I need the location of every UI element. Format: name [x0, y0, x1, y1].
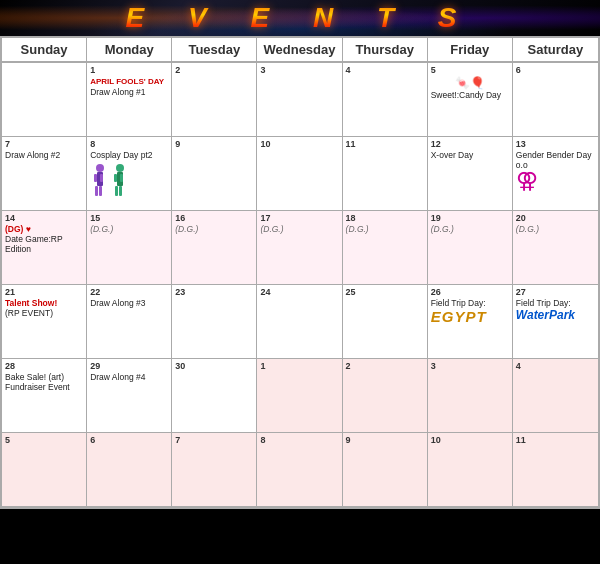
cell-apr23: 23: [172, 285, 257, 359]
svg-point-0: [96, 164, 104, 172]
cell-apr29: 29 Draw Along #4: [87, 359, 172, 433]
cell-empty: [2, 63, 87, 137]
cell-apr5: 5 🍬🎈 Sweet!:Candy Day: [428, 63, 513, 137]
cell-apr6: 6: [513, 63, 598, 137]
cell-apr13: 13 Gender Bender Day o.o ⚢: [513, 137, 598, 211]
cell-may9: 9: [343, 433, 428, 507]
cell-apr9: 9: [172, 137, 257, 211]
cell-may4: 4: [513, 359, 598, 433]
header-monday: Monday: [87, 38, 172, 61]
cell-apr17: 17 (D.G.): [257, 211, 342, 285]
cell-may6: 6: [87, 433, 172, 507]
cell-apr1: 1 APRIL FOOLS' DAY Draw Along #1: [87, 63, 172, 137]
header-thursday: Thursday: [343, 38, 428, 61]
cell-may7: 7: [172, 433, 257, 507]
cell-apr19: 19 (D.G.): [428, 211, 513, 285]
cell-apr11: 11: [343, 137, 428, 211]
header-saturday: Saturday: [513, 38, 598, 61]
svg-rect-9: [119, 186, 122, 196]
cell-apr14: 14 (DG) ♥ Date Game:RP Edition: [2, 211, 87, 285]
page-container: E V E N T S Sunday Monday Tuesday Wednes…: [0, 0, 600, 509]
header-friday: Friday: [428, 38, 513, 61]
cell-apr4: 4: [343, 63, 428, 137]
header-wednesday: Wednesday: [257, 38, 342, 61]
calendar: Sunday Monday Tuesday Wednesday Thursday…: [0, 36, 600, 509]
cell-apr20: 20 (D.G.): [513, 211, 598, 285]
cell-apr7: 7 Draw Along #2: [2, 137, 87, 211]
cosplay-figures: [90, 162, 130, 200]
cell-apr21: 21 Talent Show! (RP EVENT): [2, 285, 87, 359]
header-tuesday: Tuesday: [172, 38, 257, 61]
cell-apr15: 15 (D.G.): [87, 211, 172, 285]
cell-apr2: 2: [172, 63, 257, 137]
egypt-label: EGYPT: [431, 308, 509, 325]
cell-may5: 5: [2, 433, 87, 507]
svg-rect-8: [115, 186, 118, 196]
svg-rect-4: [94, 174, 97, 182]
svg-rect-10: [114, 174, 117, 182]
cell-may11: 11: [513, 433, 598, 507]
svg-rect-3: [99, 186, 102, 196]
header-sunday: Sunday: [2, 38, 87, 61]
cell-apr27: 27 Field Trip Day: WaterPark: [513, 285, 598, 359]
gender-symbol: ⚢: [516, 170, 595, 192]
cell-apr12: 12 X-over Day: [428, 137, 513, 211]
cell-apr26: 26 Field Trip Day: EGYPT: [428, 285, 513, 359]
cell-apr8: 8 Cosplay Day pt2: [87, 137, 172, 211]
cell-apr10: 10: [257, 137, 342, 211]
cell-apr18: 18 (D.G.): [343, 211, 428, 285]
cell-may8: 8: [257, 433, 342, 507]
svg-rect-11: [120, 174, 123, 182]
cell-apr22: 22 Draw Along #3: [87, 285, 172, 359]
cell-apr28: 28 Bake Sale! (art)Fundraiser Event: [2, 359, 87, 433]
header-banner: E V E N T S: [0, 0, 600, 36]
svg-point-6: [116, 164, 124, 172]
cell-may3: 3: [428, 359, 513, 433]
cell-apr30: 30: [172, 359, 257, 433]
cell-may1: 1: [257, 359, 342, 433]
cell-apr25: 25: [343, 285, 428, 359]
cell-apr24: 24: [257, 285, 342, 359]
svg-rect-5: [100, 174, 103, 182]
cell-may2: 2: [343, 359, 428, 433]
header-title: E V E N T S: [126, 2, 475, 34]
svg-rect-2: [95, 186, 98, 196]
calendar-grid: 1 APRIL FOOLS' DAY Draw Along #1 2 3 4 5…: [2, 63, 598, 507]
cell-apr16: 16 (D.G.): [172, 211, 257, 285]
day-headers: Sunday Monday Tuesday Wednesday Thursday…: [2, 38, 598, 63]
waterpark-label: WaterPark: [516, 308, 595, 322]
cell-apr3: 3: [257, 63, 342, 137]
cell-may10: 10: [428, 433, 513, 507]
